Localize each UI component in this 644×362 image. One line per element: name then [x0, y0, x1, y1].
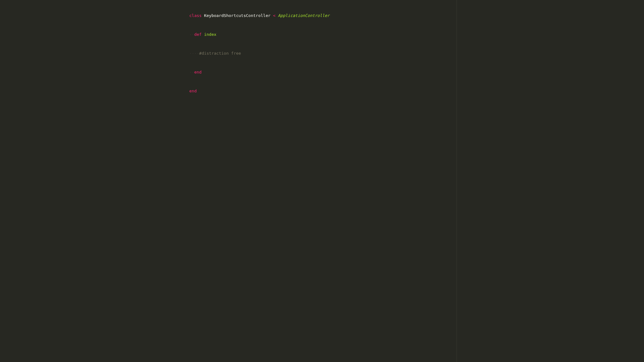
code-line[interactable]: ··def index	[189, 31, 330, 38]
code-line[interactable]: class KeyboardShortcutsController < Appl…	[189, 12, 330, 19]
keyword-end: end	[194, 70, 202, 74]
method-name: index	[204, 32, 216, 37]
keyword-end: end	[189, 89, 197, 93]
code-line[interactable]: ··end	[189, 69, 330, 75]
code-line[interactable]: end	[189, 88, 330, 94]
indent-guide: ··	[189, 70, 194, 74]
column-ruler	[457, 0, 457, 362]
keyword-class: class	[189, 13, 202, 18]
parent-class: ApplicationController	[278, 13, 330, 18]
class-name: KeyboardShortcutsController	[204, 13, 270, 18]
comment: #distraction free	[199, 51, 241, 56]
indent-guide: ····	[189, 51, 199, 56]
code-line[interactable]: ····#distraction free	[189, 50, 330, 57]
inherit-operator: <	[273, 13, 275, 18]
editor-container[interactable]: class KeyboardShortcutsController < Appl…	[0, 0, 644, 362]
code-area[interactable]: class KeyboardShortcutsController < Appl…	[189, 0, 330, 107]
keyword-def: def	[194, 32, 202, 37]
indent-guide: ··	[189, 32, 194, 37]
